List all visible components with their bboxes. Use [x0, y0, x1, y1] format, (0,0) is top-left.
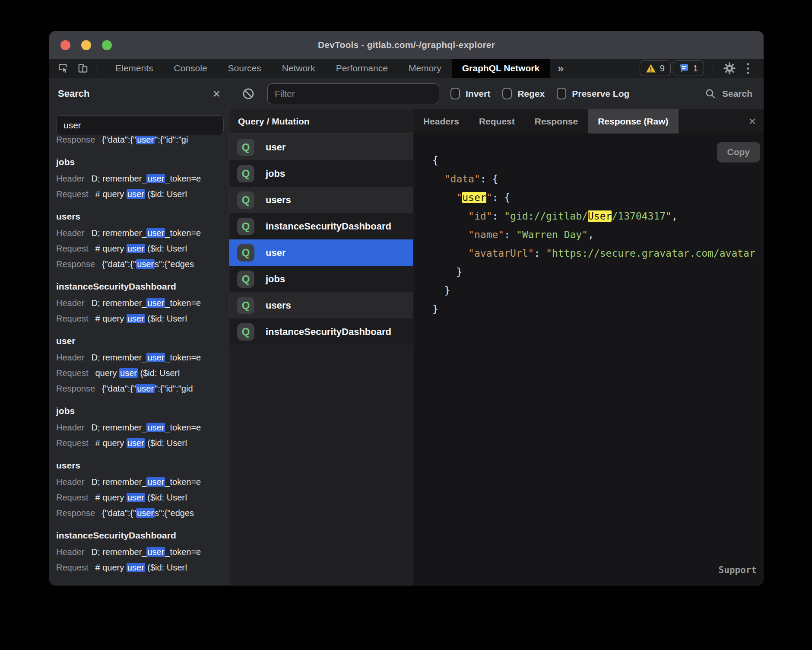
- search-result-line[interactable]: HeaderD; remember_user_token=e: [56, 171, 225, 186]
- gear-icon[interactable]: [722, 61, 737, 76]
- json-token: }: [432, 303, 438, 315]
- search-result-line[interactable]: Response{"data":{"users":{"edges: [56, 256, 225, 272]
- filter-input[interactable]: [267, 83, 439, 104]
- preserve-log-checkbox-label: Preserve Log: [572, 89, 629, 99]
- detail-tab-headers[interactable]: Headers: [413, 109, 469, 134]
- query-list-item-users[interactable]: Qusers: [229, 292, 413, 319]
- query-list-item-instancesecuritydashboard[interactable]: QinstanceSecurityDashboard: [229, 319, 413, 345]
- tab-network[interactable]: Network: [272, 59, 326, 78]
- search-result-line[interactable]: Request# query user ($id: UserI: [56, 490, 225, 505]
- support-link[interactable]: Support: [718, 561, 757, 580]
- copy-button[interactable]: Copy: [717, 142, 761, 162]
- search-match-highlight: user: [136, 259, 155, 269]
- search-result-line[interactable]: HeaderD; remember_user_token=e: [56, 544, 225, 560]
- search-input[interactable]: [56, 115, 224, 135]
- filter-checkboxes: InvertRegexPreserve Log: [450, 88, 629, 99]
- search-result-line[interactable]: Requestquery user ($id: UserI: [56, 365, 225, 381]
- issues-badge[interactable]: 1: [673, 61, 704, 76]
- result-line-value: D; remember_user_token=e: [92, 544, 201, 560]
- search-result-line[interactable]: Request# query user ($id: UserI: [56, 311, 225, 326]
- result-line-label: Header: [56, 225, 85, 241]
- invert-checkbox-box: [450, 88, 460, 99]
- json-token: "id": [468, 210, 492, 222]
- tab-elements[interactable]: Elements: [105, 59, 164, 78]
- json-line: }: [432, 263, 764, 281]
- detail-tab-request[interactable]: Request: [469, 109, 525, 134]
- search-result-line[interactable]: Request# query user ($id: UserI: [56, 435, 225, 451]
- regex-checkbox[interactable]: Regex: [502, 88, 545, 99]
- close-detail-icon[interactable]: ×: [749, 115, 756, 127]
- query-list-title: Query / Mutation: [229, 109, 413, 134]
- json-token: "https://secure.gravatar.com/avatar: [546, 248, 755, 259]
- search-result-line[interactable]: HeaderD; remember_user_token=e: [56, 420, 225, 435]
- kebab-menu-icon[interactable]: [743, 63, 752, 74]
- result-text: _token=e: [165, 353, 201, 362]
- devtools-tab-bar: ElementsConsoleSourcesNetworkPerformance…: [49, 59, 764, 78]
- query-item-label: jobs: [266, 274, 285, 285]
- maximize-window-button[interactable]: [102, 40, 112, 50]
- result-text: D; remember_: [92, 423, 147, 432]
- result-text: # query: [95, 244, 127, 253]
- search-match-highlight: user: [119, 368, 138, 378]
- search-result-line[interactable]: HeaderD; remember_user_token=e: [56, 225, 225, 241]
- tab-memory[interactable]: Memory: [398, 59, 452, 78]
- result-text: # query: [95, 563, 127, 572]
- inspect-element-icon[interactable]: [55, 61, 71, 76]
- query-item-label: instanceSecurityDashboard: [266, 221, 391, 232]
- minimize-window-button[interactable]: [81, 40, 91, 50]
- search-result-group: instanceSecurityDashboardHeaderD; rememb…: [56, 278, 225, 326]
- invert-checkbox[interactable]: Invert: [450, 88, 490, 99]
- query-list-panel: Query / Mutation QuserQjobsQusersQinstan…: [229, 109, 413, 586]
- close-search-panel-icon[interactable]: ×: [213, 87, 220, 100]
- tab-sources[interactable]: Sources: [218, 59, 272, 78]
- result-text: D; remember_: [92, 228, 147, 238]
- search-result-line[interactable]: HeaderD; remember_user_token=e: [56, 350, 225, 365]
- json-token: [432, 192, 456, 203]
- search-match-highlight: user: [127, 314, 145, 323]
- result-text: _token=e: [165, 174, 201, 183]
- result-text: ($id: UserI: [145, 244, 187, 253]
- device-toolbar-icon[interactable]: [75, 61, 91, 76]
- query-type-icon: Q: [237, 218, 254, 235]
- query-list-item-user[interactable]: Quser: [229, 134, 413, 160]
- detail-tab-response[interactable]: Response: [525, 109, 588, 134]
- detail-tab-response-raw[interactable]: Response (Raw): [588, 109, 678, 134]
- query-item-label: users: [266, 300, 291, 311]
- search-result-line[interactable]: Response{"data":{"users":{"edges: [56, 505, 225, 521]
- message-icon: [679, 63, 689, 73]
- controls-divider: [713, 63, 713, 74]
- search-match-highlight: user: [127, 438, 145, 448]
- tab-performance[interactable]: Performance: [326, 59, 398, 78]
- more-tabs-chevron-icon[interactable]: »: [550, 59, 571, 78]
- search-toggle[interactable]: Search: [705, 88, 752, 99]
- result-text: _token=e: [165, 423, 201, 432]
- result-text: s":{"edges: [155, 259, 194, 269]
- query-list-item-jobs[interactable]: Qjobs: [229, 266, 413, 292]
- search-result-line[interactable]: Response{"data":{"user":{"id":"gid: [56, 381, 225, 396]
- search-result-line[interactable]: HeaderD; remember_user_token=e: [56, 295, 225, 311]
- search-result-line[interactable]: HeaderD; remember_user_token=e: [56, 474, 225, 490]
- search-result-line[interactable]: Response{"data":{"user":{"id":"gi: [56, 136, 188, 147]
- search-result-line[interactable]: Request# query user ($id: UserI: [56, 186, 225, 202]
- preserve-log-checkbox[interactable]: Preserve Log: [557, 88, 629, 99]
- result-line-label: Request: [56, 241, 89, 256]
- warnings-badge[interactable]: 9: [640, 61, 671, 76]
- search-result-group-title: instanceSecurityDashboard: [56, 527, 225, 544]
- query-list-item-user[interactable]: Quser: [229, 239, 413, 266]
- search-result-line[interactable]: Request# query user ($id: UserI: [56, 560, 225, 575]
- json-token: "name": [468, 229, 504, 240]
- query-type-icon: Q: [237, 165, 254, 182]
- tab-console[interactable]: Console: [164, 59, 218, 78]
- search-result-group: jobsHeaderD; remember_user_token=eReques…: [56, 153, 225, 202]
- close-window-button[interactable]: [60, 40, 70, 50]
- tab-graphql-network[interactable]: GraphQL Network: [452, 59, 550, 78]
- json-token: {: [432, 155, 438, 166]
- query-list-item-instancesecuritydashboard[interactable]: QinstanceSecurityDashboard: [229, 213, 413, 239]
- json-line: "user": {: [432, 188, 764, 207]
- search-results-list: Response{"data":{"user":{"id":"gijobsHea…: [56, 136, 225, 586]
- query-list-item-users[interactable]: Qusers: [229, 187, 413, 213]
- clear-icon[interactable]: [241, 86, 256, 101]
- result-line-label: Header: [56, 544, 85, 560]
- search-result-line[interactable]: Request# query user ($id: UserI: [56, 241, 225, 256]
- query-list-item-jobs[interactable]: Qjobs: [229, 160, 413, 187]
